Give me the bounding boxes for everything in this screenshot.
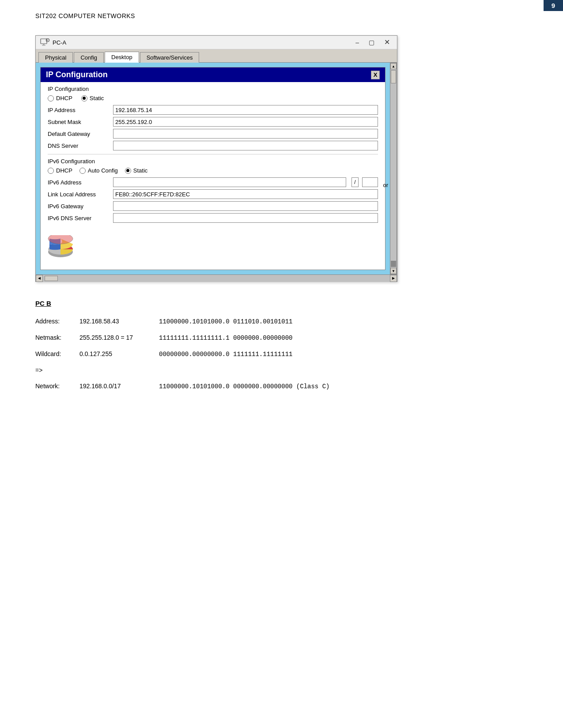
address-value: 192.168.58.43 xyxy=(79,318,150,325)
link-local-input[interactable] xyxy=(113,189,378,199)
subnet-mask-row: Subnet Mask xyxy=(48,117,378,127)
ipv6-dhcp-radio[interactable] xyxy=(48,168,54,174)
subnet-mask-label: Subnet Mask xyxy=(48,119,110,125)
link-local-row: Link Local Address xyxy=(48,189,378,199)
or-text: or xyxy=(383,182,388,188)
scroll-left-arrow[interactable]: ◀ xyxy=(36,275,43,282)
ipv6-prefix-input[interactable] xyxy=(362,177,378,187)
dns-server-label: DNS Server xyxy=(48,143,110,149)
network-value: 192.168.0.0/17 xyxy=(79,383,150,390)
ip-address-label: IP Address xyxy=(48,107,110,113)
arrow-row: => xyxy=(35,367,528,374)
ipv6-autoconfig-radio[interactable] xyxy=(79,168,86,174)
ipv6-gateway-input[interactable] xyxy=(113,201,378,211)
tab-desktop[interactable]: Desktop xyxy=(105,52,139,63)
ipv6-autoconfig-option[interactable]: Auto Config xyxy=(79,167,118,174)
panel-footer xyxy=(41,229,385,264)
static-option[interactable]: Static xyxy=(81,95,104,101)
link-local-label: Link Local Address xyxy=(48,191,110,198)
network-binary: 11000000.10101000.0 0000000.00000000 (Cl… xyxy=(159,383,329,390)
netmask-value: 255.255.128.0 = 17 xyxy=(79,334,150,341)
svg-rect-0 xyxy=(41,39,47,44)
ip-section-label: IP Configuration xyxy=(48,86,378,92)
svg-rect-2 xyxy=(42,45,45,46)
ipv4-mode-row: DHCP Static xyxy=(48,95,378,101)
window-close-button[interactable]: ✕ xyxy=(382,38,393,47)
static-label: Static xyxy=(90,95,104,101)
scroll-up-arrow[interactable]: ▲ xyxy=(390,63,397,69)
scroll-down-arrow[interactable]: ▼ xyxy=(390,268,397,274)
scroll-h-track xyxy=(43,275,390,282)
pc-window: PC-A – ▢ ✕ Physical Config Desktop Softw… xyxy=(35,35,397,282)
default-gateway-label: Default Gateway xyxy=(48,131,110,137)
ipv6-prefix-slash: / xyxy=(351,177,359,187)
ip-address-row: IP Address xyxy=(48,105,378,115)
address-label: Address: xyxy=(35,318,79,325)
window-controls: – ▢ ✕ xyxy=(353,38,393,47)
scroll-thumb[interactable] xyxy=(391,70,396,83)
network-label: Network: xyxy=(35,383,79,390)
dhcp-label: DHCP xyxy=(56,95,72,101)
ipv6-gateway-label: IPv6 Gateway xyxy=(48,203,110,210)
wildcard-value: 0.0.127.255 xyxy=(79,350,150,357)
dns-server-input[interactable] xyxy=(113,141,378,150)
ipv6-dhcp-label: DHCP xyxy=(56,167,72,174)
netmask-binary: 11111111.11111111.1 0000000.00000000 xyxy=(159,334,292,341)
pc-icon xyxy=(40,38,50,46)
doc-title: SIT202 COMPUTER NETWORKS xyxy=(35,12,135,19)
ipv6-static-option[interactable]: Static xyxy=(125,167,148,174)
main-content: PC-A – ▢ ✕ Physical Config Desktop Softw… xyxy=(35,35,528,399)
ipv6-address-label: IPv6 Address xyxy=(48,179,110,186)
window-tabs: Physical Config Desktop Software/Service… xyxy=(36,49,397,63)
address-binary: 11000000.10101000.0 0111010.00101011 xyxy=(159,318,292,325)
maximize-button[interactable]: ▢ xyxy=(366,38,377,46)
dhcp-option[interactable]: DHCP xyxy=(48,95,72,101)
subnet-mask-input[interactable] xyxy=(113,117,378,127)
window-body: IP Configuration X IP Configuration DHCP xyxy=(36,63,397,274)
scroll-h-thumb[interactable] xyxy=(45,276,58,281)
ipv6-section-label: IPv6 Configuration xyxy=(48,158,378,165)
ip-config-close-button[interactable]: X xyxy=(371,71,380,79)
horizontal-scrollbar[interactable]: ◀ ▶ xyxy=(36,274,397,281)
ipv6-mode-row: DHCP Auto Config Static xyxy=(48,167,378,174)
tab-physical[interactable]: Physical xyxy=(38,52,73,63)
ipv6-dns-row: IPv6 DNS Server xyxy=(48,213,378,223)
window-title-left: PC-A xyxy=(40,38,66,46)
window-titlebar: PC-A – ▢ ✕ xyxy=(36,36,397,49)
ipv6-address-input[interactable] xyxy=(113,177,346,187)
pc-b-title: PC B xyxy=(35,300,528,307)
tab-config[interactable]: Config xyxy=(74,52,104,63)
ipv6-dns-label: IPv6 DNS Server xyxy=(48,215,110,221)
dns-server-row: DNS Server xyxy=(48,141,378,150)
wildcard-label: Wildcard: xyxy=(35,350,79,357)
tab-software-services[interactable]: Software/Services xyxy=(140,52,200,63)
ip-config-section: IP Configuration DHCP Static xyxy=(41,82,385,229)
default-gateway-row: Default Gateway xyxy=(48,129,378,139)
ipv6-dhcp-option[interactable]: DHCP xyxy=(48,167,72,174)
section-divider xyxy=(48,154,378,154)
svg-rect-1 xyxy=(43,44,45,45)
minimize-button[interactable]: – xyxy=(353,38,362,46)
netmask-row: Netmask: 255.255.128.0 = 17 11111111.111… xyxy=(35,334,528,341)
pc-b-section: PC B Address: 192.168.58.43 11000000.101… xyxy=(35,300,528,390)
default-gateway-input[interactable] xyxy=(113,129,378,139)
ipv6-gateway-row: IPv6 Gateway xyxy=(48,201,378,211)
ip-config-panel: IP Configuration X IP Configuration DHCP xyxy=(40,67,385,270)
ip-config-header: IP Configuration X xyxy=(41,68,385,82)
network-row: Network: 192.168.0.0/17 11000000.1010100… xyxy=(35,383,528,390)
dhcp-radio[interactable] xyxy=(48,95,54,101)
wildcard-row: Wildcard: 0.0.127.255 00000000.00000000.… xyxy=(35,350,528,358)
address-row: Address: 192.168.58.43 11000000.10101000… xyxy=(35,318,528,325)
netmask-label: Netmask: xyxy=(35,334,79,341)
window-title: PC-A xyxy=(53,39,66,46)
ipv6-dns-input[interactable] xyxy=(113,213,378,223)
pie-chart-icon xyxy=(45,235,80,262)
ipv6-autoconfig-label: Auto Config xyxy=(88,167,118,174)
wildcard-binary: 00000000.00000000.0 1111111.11111111 xyxy=(159,351,292,358)
static-radio[interactable] xyxy=(81,95,87,101)
vertical-scrollbar[interactable]: ▲ ▼ xyxy=(390,63,397,274)
ipv6-static-radio[interactable] xyxy=(125,168,131,174)
scroll-right-arrow[interactable]: ▶ xyxy=(390,275,397,282)
ip-address-input[interactable] xyxy=(113,105,378,115)
ipv6-address-row: IPv6 Address / xyxy=(48,177,378,187)
